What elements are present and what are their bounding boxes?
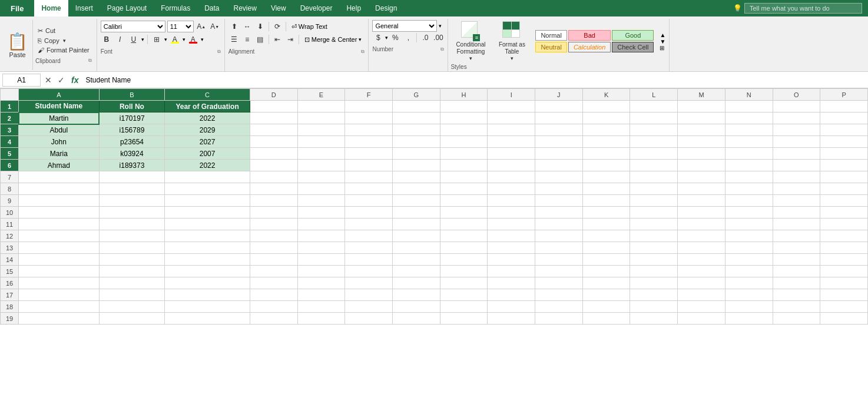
cell-13-6[interactable] <box>345 242 393 254</box>
col-header-n[interactable]: N <box>725 89 773 101</box>
cell-10-10[interactable] <box>535 207 583 219</box>
cell-5-3[interactable]: 2007 <box>165 148 250 160</box>
cancel-formula-button[interactable]: ✕ <box>43 75 54 85</box>
cell-15-13[interactable] <box>678 266 725 277</box>
cell-8-1[interactable] <box>19 183 100 195</box>
cell-17-6[interactable] <box>345 289 393 301</box>
cell-19-13[interactable] <box>678 313 725 325</box>
cell-3-9[interactable] <box>488 124 535 136</box>
cell-13-12[interactable] <box>630 242 678 254</box>
row-header-16[interactable]: 16 <box>1 277 19 289</box>
search-input[interactable] <box>744 3 862 14</box>
col-header-m[interactable]: M <box>678 89 725 101</box>
cell-14-14[interactable] <box>725 254 773 266</box>
cell-7-13[interactable] <box>678 171 725 183</box>
cell-7-9[interactable] <box>488 171 535 183</box>
wrap-text-button[interactable]: ⏎ Wrap Text <box>289 22 330 32</box>
cell-2-7[interactable] <box>392 113 440 124</box>
cell-4-15[interactable] <box>773 136 820 148</box>
paste-button[interactable]: 📋 Paste <box>2 20 33 70</box>
cell-9-3[interactable] <box>165 195 250 207</box>
cell-18-16[interactable] <box>820 301 868 313</box>
cell-12-7[interactable] <box>392 230 440 242</box>
cell-6-1[interactable]: Ahmad <box>19 160 100 171</box>
decrease-indent-button[interactable]: ⇤ <box>271 34 283 45</box>
cell-11-9[interactable] <box>488 219 535 230</box>
cell-18-6[interactable] <box>345 301 393 313</box>
cell-12-10[interactable] <box>535 230 583 242</box>
cell-6-9[interactable] <box>488 160 535 171</box>
cell-2-10[interactable] <box>535 113 583 124</box>
cell-13-3[interactable] <box>165 242 250 254</box>
cell-2-1[interactable]: Martin <box>19 113 100 124</box>
cell-6-6[interactable] <box>345 160 393 171</box>
cell-5-8[interactable] <box>440 148 488 160</box>
cell-13-2[interactable] <box>99 242 165 254</box>
row-header-4[interactable]: 4 <box>1 136 19 148</box>
border-button[interactable]: ⊞ <box>151 34 163 45</box>
cell-17-8[interactable] <box>440 289 488 301</box>
decrease-decimal-button[interactable]: .0 <box>419 32 431 44</box>
cell-12-3[interactable] <box>165 230 250 242</box>
font-family-select[interactable]: Calibri <box>101 21 165 32</box>
cell-9-11[interactable] <box>582 195 630 207</box>
cell-17-5[interactable] <box>297 289 345 301</box>
cell-8-15[interactable] <box>773 183 820 195</box>
cell-15-4[interactable] <box>250 266 297 277</box>
cell-6-16[interactable] <box>820 160 868 171</box>
row-header-15[interactable]: 15 <box>1 266 19 277</box>
cell-4-16[interactable] <box>820 136 868 148</box>
decrease-font-button[interactable]: A▼ <box>209 21 221 32</box>
cell-9-6[interactable] <box>345 195 393 207</box>
fx-label[interactable]: fx <box>69 75 81 85</box>
cell-8-13[interactable] <box>678 183 725 195</box>
cell-13-15[interactable] <box>773 242 820 254</box>
cell-8-7[interactable] <box>392 183 440 195</box>
row-header-8[interactable]: 8 <box>1 183 19 195</box>
cell-16-12[interactable] <box>630 277 678 289</box>
cell-11-5[interactable] <box>297 219 345 230</box>
row-header-3[interactable]: 3 <box>1 124 19 136</box>
bold-button[interactable]: B <box>101 34 112 45</box>
style-bad-button[interactable]: Bad <box>568 30 611 41</box>
menu-formulas[interactable]: Formulas <box>154 0 197 16</box>
cell-5-10[interactable] <box>535 148 583 160</box>
dollar-button[interactable]: $ <box>372 32 384 44</box>
cell-14-11[interactable] <box>582 254 630 266</box>
cell-19-16[interactable] <box>820 313 868 325</box>
cell-11-15[interactable] <box>773 219 820 230</box>
cell-5-13[interactable] <box>678 148 725 160</box>
cell-14-16[interactable] <box>820 254 868 266</box>
cell-9-13[interactable] <box>678 195 725 207</box>
cell-15-7[interactable] <box>392 266 440 277</box>
cell-17-9[interactable] <box>488 289 535 301</box>
cell-10-5[interactable] <box>297 207 345 219</box>
cell-11-3[interactable] <box>165 219 250 230</box>
styles-scroll-up-icon[interactable]: ▲ <box>660 32 665 38</box>
cell-14-13[interactable] <box>678 254 725 266</box>
cell-3-2[interactable]: i156789 <box>99 124 165 136</box>
col-header-g[interactable]: G <box>392 89 440 101</box>
cell-16-14[interactable] <box>725 277 773 289</box>
cell-15-3[interactable] <box>165 266 250 277</box>
col-header-d[interactable]: D <box>250 89 297 101</box>
cell-6-15[interactable] <box>773 160 820 171</box>
cell-3-3[interactable]: 2029 <box>165 124 250 136</box>
cell-16-5[interactable] <box>297 277 345 289</box>
cell-13-9[interactable] <box>488 242 535 254</box>
cell-4-13[interactable] <box>678 136 725 148</box>
cell-2-11[interactable] <box>582 113 630 124</box>
cell-17-3[interactable] <box>165 289 250 301</box>
formula-input[interactable] <box>83 76 866 84</box>
cell-11-11[interactable] <box>582 219 630 230</box>
cell-14-5[interactable] <box>297 254 345 266</box>
corner-header[interactable] <box>1 89 19 101</box>
cell-1-6[interactable] <box>345 101 393 113</box>
cell-4-10[interactable] <box>535 136 583 148</box>
cell-8-14[interactable] <box>725 183 773 195</box>
cell-9-14[interactable] <box>725 195 773 207</box>
row-header-12[interactable]: 12 <box>1 230 19 242</box>
cell-16-3[interactable] <box>165 277 250 289</box>
menu-view[interactable]: View <box>264 0 293 16</box>
cell-2-13[interactable] <box>678 113 725 124</box>
